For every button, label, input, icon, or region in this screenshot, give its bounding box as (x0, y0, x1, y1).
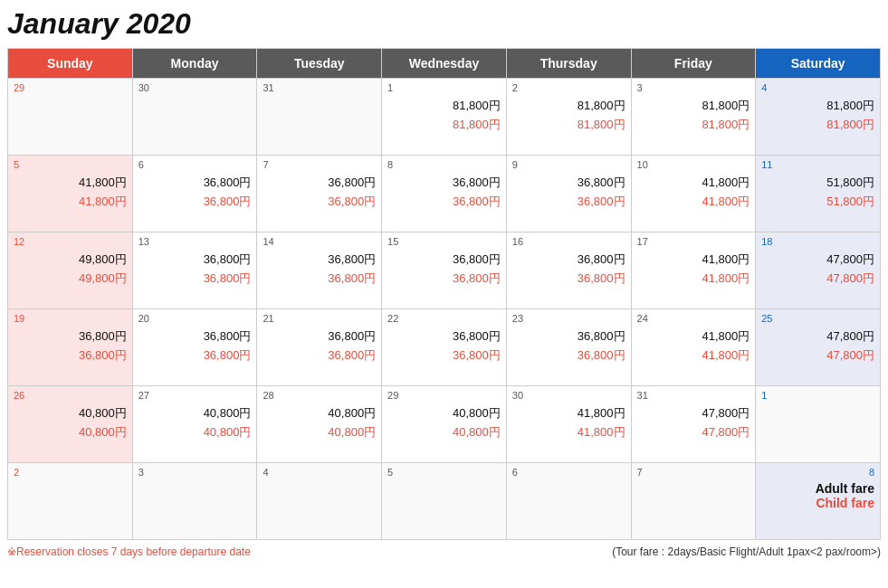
calendar-cell: 29 (8, 79, 133, 156)
child-fare: 41,800円 (512, 423, 625, 442)
day-number: 21 (263, 313, 376, 324)
child-fare: 36,800円 (263, 270, 376, 289)
calendar-cell: 2236,800円36,800円 (382, 309, 507, 386)
calendar-week-row: 293031181,800円81,800円281,800円81,800円381,… (8, 79, 881, 156)
child-fare: 36,800円 (138, 193, 252, 212)
day-number: 22 (387, 313, 501, 324)
calendar-cell: 7 (631, 463, 756, 540)
calendar-cell: 3147,800円47,800円 (631, 386, 756, 463)
calendar-cell: 6 (506, 463, 631, 540)
day-number: 7 (263, 159, 376, 170)
child-fare: 47,800円 (761, 346, 874, 365)
header-friday: Friday (631, 49, 756, 79)
day-number: 16 (512, 236, 625, 247)
day-number: 29 (387, 390, 501, 401)
child-fare: 40,800円 (14, 423, 127, 442)
day-number: 5 (14, 159, 127, 170)
day-number: 14 (263, 236, 376, 247)
day-number: 8 (387, 159, 501, 170)
calendar-cell: 2940,800円40,800円 (382, 386, 507, 463)
header-monday: Monday (132, 49, 257, 79)
calendar-cell: 1536,800円36,800円 (382, 232, 507, 309)
calendar-week-row: 1249,800円49,800円1336,800円36,800円1436,800… (8, 232, 881, 309)
adult-fare: 36,800円 (387, 327, 501, 346)
adult-fare: 36,800円 (263, 327, 376, 346)
adult-fare: 47,800円 (761, 251, 874, 270)
child-fare: 36,800円 (138, 346, 252, 365)
calendar-cell: 2336,800円36,800円 (506, 309, 631, 386)
calendar-cell: 736,800円36,800円 (257, 156, 382, 232)
child-fare: 40,800円 (263, 423, 376, 442)
child-fare: 36,800円 (387, 346, 501, 365)
reservation-note: ※Reservation closes 7 days before depart… (7, 545, 251, 558)
adult-fare: 36,800円 (387, 251, 501, 270)
calendar-cell: 381,800円81,800円 (631, 79, 756, 156)
header-saturday: Saturday (756, 49, 881, 79)
child-fare: 81,800円 (637, 116, 750, 135)
adult-fare: 81,800円 (637, 97, 750, 116)
header-tuesday: Tuesday (257, 49, 382, 79)
adult-fare: 40,800円 (387, 404, 501, 423)
child-fare: 36,800円 (263, 346, 376, 365)
calendar-week-row: 541,800円41,800円636,800円36,800円736,800円36… (8, 156, 881, 232)
header-sunday: Sunday (8, 49, 133, 79)
child-fare: 41,800円 (14, 193, 127, 212)
adult-fare: 40,800円 (138, 404, 252, 423)
adult-fare: 36,800円 (138, 174, 252, 193)
day-number: 6 (512, 467, 625, 478)
child-fare: 81,800円 (387, 116, 501, 135)
day-number: 15 (387, 236, 501, 247)
child-fare: 81,800円 (512, 116, 625, 135)
header-thursday: Thursday (506, 49, 631, 79)
calendar-cell: 2640,800円40,800円 (8, 386, 133, 463)
adult-fare: 47,800円 (637, 404, 750, 423)
adult-fare: 81,800円 (387, 97, 501, 116)
calendar-cell: 1336,800円36,800円 (132, 232, 257, 309)
calendar-cell: 1636,800円36,800円 (506, 232, 631, 309)
day-number: 27 (138, 390, 252, 401)
adult-fare: 41,800円 (637, 251, 750, 270)
calendar-cell: 2740,800円40,800円 (132, 386, 257, 463)
adult-fare: 36,800円 (512, 174, 625, 193)
calendar-week-row: 2345678Adult fareChild fare (8, 463, 881, 540)
child-fare: 81,800円 (761, 116, 874, 135)
child-fare: 47,800円 (761, 270, 874, 289)
day-number: 12 (14, 236, 127, 247)
day-number: 6 (138, 159, 252, 170)
child-fare: 36,800円 (512, 193, 625, 212)
day-number: 29 (14, 82, 127, 93)
child-fare: 41,800円 (637, 270, 750, 289)
day-number: 11 (761, 159, 874, 170)
child-fare: 40,800円 (387, 423, 501, 442)
legend-adult-label: Adult fare (761, 481, 874, 496)
day-number: 31 (263, 82, 376, 93)
day-number: 9 (512, 159, 625, 170)
day-number: 17 (637, 236, 750, 247)
day-number: 28 (263, 390, 376, 401)
day-number: 24 (637, 313, 750, 324)
adult-fare: 41,800円 (14, 174, 127, 193)
adult-fare: 36,800円 (138, 251, 252, 270)
day-number: 10 (637, 159, 750, 170)
calendar-cell: 1936,800円36,800円 (8, 309, 133, 386)
adult-fare: 51,800円 (761, 174, 874, 193)
calendar-cell: 5 (382, 463, 507, 540)
day-number: 3 (138, 467, 252, 478)
calendar-header-row: Sunday Monday Tuesday Wednesday Thursday… (8, 49, 881, 79)
calendar-week-row: 2640,800円40,800円2740,800円40,800円2840,800… (8, 386, 881, 463)
day-number: 19 (14, 313, 127, 324)
child-fare: 40,800円 (138, 423, 252, 442)
header-wednesday: Wednesday (382, 49, 507, 79)
day-number: 1 (387, 82, 501, 93)
calendar-table: Sunday Monday Tuesday Wednesday Thursday… (7, 48, 881, 540)
adult-fare: 81,800円 (512, 97, 625, 116)
adult-fare: 41,800円 (512, 404, 625, 423)
day-number: 8 (761, 467, 874, 478)
adult-fare: 36,800円 (387, 174, 501, 193)
day-number: 18 (761, 236, 874, 247)
calendar-cell: 281,800円81,800円 (506, 79, 631, 156)
child-fare: 36,800円 (138, 270, 252, 289)
adult-fare: 36,800円 (263, 174, 376, 193)
adult-fare: 36,800円 (14, 327, 127, 346)
page-title: January 2020 (7, 7, 881, 41)
